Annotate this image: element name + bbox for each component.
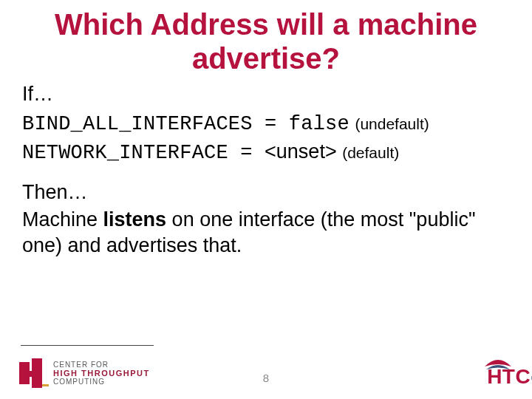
chtc-logo: CENTER FOR HIGH THROUGHPUT COMPUTING: [19, 358, 150, 389]
chtc-line-3: COMPUTING: [53, 378, 150, 386]
setting-2-note: (default): [342, 144, 399, 161]
chtc-logo-text: CENTER FOR HIGH THROUGHPUT COMPUTING: [53, 361, 150, 386]
setting-2-lhs: NETWORK_INTERFACE =: [22, 142, 265, 164]
footer-divider: [21, 345, 154, 346]
if-label: If…: [22, 81, 510, 107]
htcondor-logo: HTCondor: [487, 365, 513, 389]
setting-2-rhs: <unset>: [265, 140, 337, 163]
slide-body: If… BIND_ALL_INTERFACES = false (undefau…: [22, 81, 510, 259]
slide: Which Address will a machine advertise? …: [0, 0, 532, 399]
footer: CENTER FOR HIGH THROUGHPUT COMPUTING 8 H…: [0, 344, 532, 389]
setting-line-2: NETWORK_INTERFACE = <unset> (default): [22, 139, 510, 166]
page-number: 8: [263, 372, 269, 384]
description: Machine listens on one interface (the mo…: [22, 207, 510, 259]
condor-swoosh-icon: [483, 356, 513, 381]
desc-bold: listens: [103, 208, 167, 231]
chtc-line-2: HIGH THROUGHPUT: [53, 369, 150, 378]
setting-1-lhs: BIND_ALL_INTERFACES = false: [22, 113, 349, 135]
svg-rect-3: [42, 384, 49, 386]
setting-1-note: (undefault): [355, 115, 429, 132]
slide-title: Which Address will a machine advertise?: [22, 7, 510, 75]
svg-rect-2: [22, 371, 40, 377]
setting-line-1: BIND_ALL_INTERFACES = false (undefault): [22, 110, 510, 137]
chtc-logo-icon: [19, 358, 49, 389]
then-label: Then…: [22, 180, 510, 205]
chtc-line-1: CENTER FOR: [53, 361, 150, 369]
desc-pre: Machine: [22, 208, 103, 231]
